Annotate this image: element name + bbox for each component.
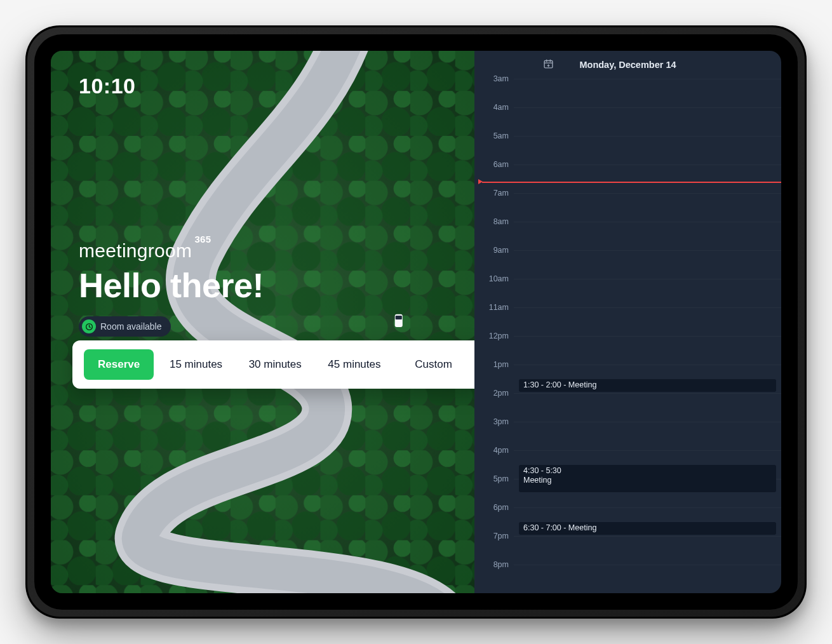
hour-label: 10am: [474, 274, 514, 283]
hour-label: 8pm: [474, 560, 514, 569]
hour-row[interactable]: 7pm: [474, 536, 781, 565]
hour-label: 2pm: [474, 389, 514, 398]
status-text: Room available: [100, 321, 162, 332]
room-status-pane: 10:10 meetingroom365 Hello there! Room a…: [51, 51, 474, 593]
greeting-title: Hello there!: [79, 265, 446, 305]
hour-label: 11am: [474, 303, 514, 312]
hour-row[interactable]: 6am: [474, 164, 781, 193]
hour-label: 8am: [474, 217, 514, 226]
hour-label: 9am: [474, 246, 514, 255]
status-badge: Room available: [79, 316, 171, 337]
hour-label: 3am: [474, 74, 514, 83]
app-logo: meetingroom365: [79, 240, 446, 262]
hour-row[interactable]: 3pm: [474, 422, 781, 450]
clock-icon: [82, 319, 96, 333]
hour-label: 4pm: [474, 446, 514, 455]
hour-row[interactable]: 7am: [474, 193, 781, 222]
hour-row[interactable]: 3am: [474, 79, 781, 107]
hour-label: 7am: [474, 189, 514, 198]
calendar-event[interactable]: 4:30 - 5:30Meeting: [519, 465, 776, 492]
timeline[interactable]: 3am4am5am6am7am8am9am10am11am12pm1pm2pm3…: [474, 79, 781, 593]
hour-label: 7pm: [474, 532, 514, 540]
reserve-bar: Reserve 15 minutes 30 minutes 45 minutes…: [72, 340, 474, 389]
app-screen: 10:10 meetingroom365 Hello there! Room a…: [51, 51, 781, 593]
logo-sup: 365: [194, 234, 211, 245]
duration-option-custom[interactable]: Custom: [396, 351, 471, 379]
hour-row[interactable]: 5am: [474, 136, 781, 164]
hour-row[interactable]: 8pm: [474, 565, 781, 593]
duration-option-30[interactable]: 30 minutes: [238, 351, 312, 379]
clock: 10:10: [79, 74, 135, 98]
logo-text: meetingroom: [79, 240, 192, 261]
event-time: 6:30 - 7:00 - Meeting: [523, 523, 772, 532]
hour-label: 12pm: [474, 332, 514, 340]
calendar-event[interactable]: 1:30 - 2:00 - Meeting: [519, 379, 776, 392]
event-title: Meeting: [523, 476, 772, 485]
hour-label: 6am: [474, 160, 514, 169]
hour-row[interactable]: 11am: [474, 307, 781, 336]
hour-label: 4am: [474, 103, 514, 112]
duration-option-15[interactable]: 15 minutes: [159, 351, 233, 379]
calendar-event[interactable]: 6:30 - 7:00 - Meeting: [519, 522, 776, 535]
hour-row[interactable]: 4am: [474, 107, 781, 136]
schedule-header: Monday, December 14: [474, 51, 781, 79]
hour-row[interactable]: 12pm: [474, 336, 781, 365]
hour-row[interactable]: 2pm: [474, 393, 781, 422]
tablet-bezel: 10:10 meetingroom365 Hello there! Room a…: [34, 34, 798, 610]
hour-row[interactable]: 8am: [474, 222, 781, 250]
event-time: 4:30 - 5:30: [523, 466, 772, 475]
hour-label: 5pm: [474, 474, 514, 483]
duration-option-45[interactable]: 45 minutes: [318, 351, 392, 379]
hour-label: 5am: [474, 131, 514, 140]
hour-row[interactable]: 9am: [474, 250, 781, 279]
calendar-add-icon[interactable]: [543, 58, 554, 72]
hour-row[interactable]: 10am: [474, 279, 781, 307]
schedule-date: Monday, December 14: [579, 60, 676, 70]
tablet-frame: 10:10 meetingroom365 Hello there! Room a…: [25, 25, 807, 619]
hour-label: 3pm: [474, 417, 514, 426]
event-time: 1:30 - 2:00 - Meeting: [523, 380, 772, 389]
hour-label: 6pm: [474, 503, 514, 512]
reserve-button[interactable]: Reserve: [84, 349, 154, 380]
room-info: meetingroom365 Hello there! Room availab…: [79, 240, 446, 337]
schedule-pane: Monday, December 14 3am4am5am6am7am8am9a…: [474, 51, 781, 593]
hour-label: 1pm: [474, 360, 514, 369]
